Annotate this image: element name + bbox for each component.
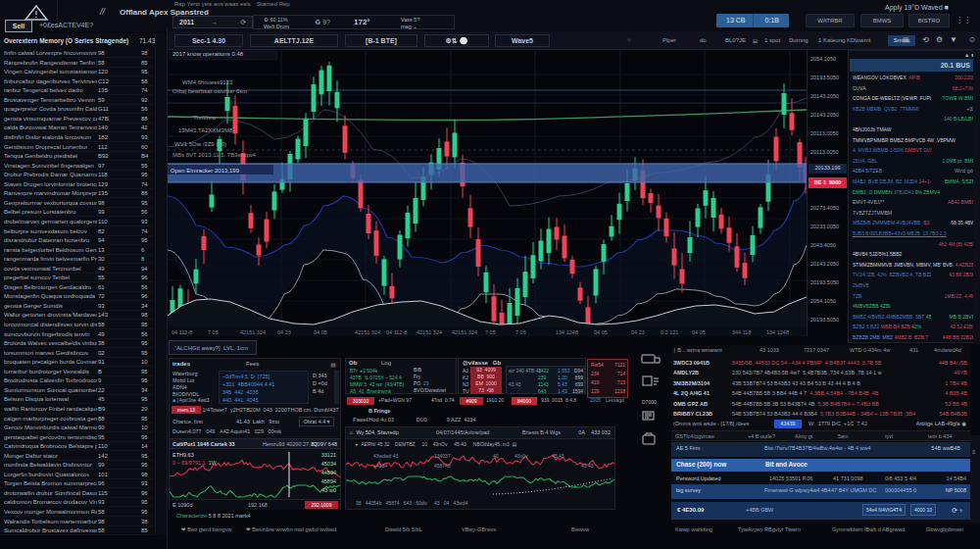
- svg-text:04 05: 04 05: [314, 329, 327, 335]
- svg-text:0:2 121: 0:2 121: [661, 329, 678, 335]
- svg-text:04 112-8: 04 112-8: [172, 329, 192, 335]
- svg-text:WV1 5Ow /3Z9 (20): WV1 5Ow /3Z9 (20): [174, 141, 226, 147]
- svg-text:04 05: 04 05: [692, 329, 706, 335]
- svg-text:Open Elmracker 2013,199: Open Elmracker 2013,199: [171, 168, 240, 174]
- svg-text:04 05: 04 05: [594, 329, 608, 335]
- svg-text:42151 324: 42151 324: [452, 329, 477, 335]
- svg-text:42151 324: 42151 324: [355, 329, 380, 335]
- svg-text:04 23: 04 23: [631, 329, 645, 335]
- svg-text:13M43.TA2XXM3M8: 13M43.TA2XXM3M8: [178, 127, 233, 133]
- svg-text:7 05: 7 05: [485, 329, 496, 335]
- svg-text:D7000: D7000: [642, 399, 657, 405]
- svg-text:7 05: 7 05: [208, 329, 219, 335]
- svg-text:MBs 8VT 2013.11.5. 7B3swqw4: MBs 8VT 2013.11.5. 7B3swqw4: [172, 152, 256, 158]
- svg-text:2017 know operations 0.48: 2017 know operations 0.48: [172, 51, 244, 57]
- svg-text:42151 324: 42151 324: [240, 329, 266, 335]
- svg-text:WM4 6hrowss9123: WM4 6hrowss9123: [182, 79, 233, 85]
- svg-text:134 1248: 134 1248: [766, 329, 789, 335]
- svg-text:7 05: 7 05: [515, 329, 526, 335]
- svg-text:42151 324: 42151 324: [416, 329, 442, 335]
- svg-text:'7hr/t/hrw: '7hr/t/hrw: [192, 115, 217, 121]
- svg-text:134 1248: 134 1248: [556, 329, 578, 335]
- svg-text:Orbsj bewrbsat ostvrbsr 6sm: Orbsj bewrbsat ostvrbsr 6sm: [172, 88, 247, 94]
- svg-text:344 118: 344 118: [732, 329, 751, 335]
- svg-text:04 112-8: 04 112-8: [386, 329, 407, 335]
- svg-text:04 23: 04 23: [277, 329, 291, 335]
